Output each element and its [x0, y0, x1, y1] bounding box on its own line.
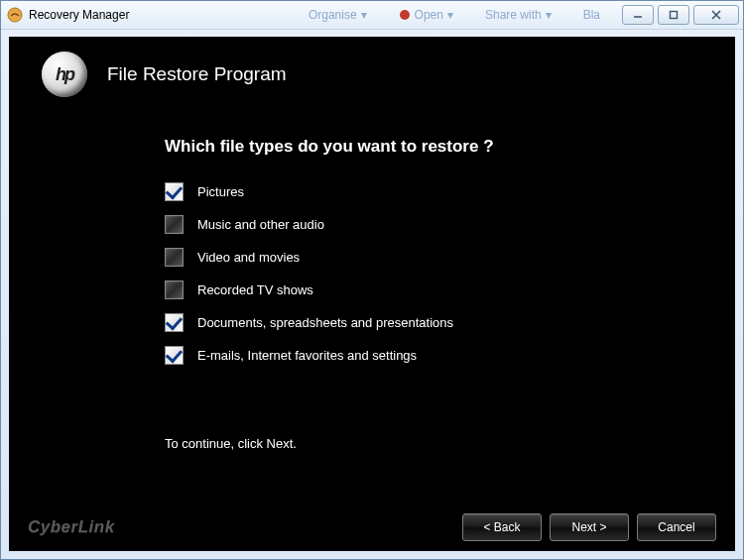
option-label: E-mails, Internet favorites and settings [197, 348, 417, 363]
content: Which file types do you want to restore … [10, 117, 734, 451]
option-label: Music and other audio [197, 217, 324, 232]
checkbox-icon[interactable] [165, 280, 184, 299]
option-video[interactable]: Video and movies [165, 248, 694, 267]
bg-open: Open ▾ [399, 8, 453, 22]
window: Recovery Manager Organise ▾ Open ▾ Share… [0, 0, 744, 560]
cyberlink-brand: CyberLink [28, 517, 115, 537]
checkbox-icon[interactable] [165, 313, 184, 332]
back-button[interactable]: < Back [462, 513, 542, 541]
option-emails[interactable]: E-mails, Internet favorites and settings [165, 346, 694, 365]
program-title: File Restore Program [107, 63, 287, 85]
checkbox-icon[interactable] [165, 215, 184, 234]
window-title: Recovery Manager [29, 8, 129, 22]
option-recorded-tv[interactable]: Recorded TV shows [165, 280, 694, 299]
bg-bla: Bla [583, 8, 600, 22]
hp-logo-icon: hp [42, 52, 87, 97]
header: hp File Restore Program [10, 38, 734, 117]
checkbox-icon[interactable] [165, 346, 184, 365]
client-area: hp File Restore Program Which file types… [9, 37, 735, 551]
app-icon [7, 7, 23, 23]
continue-hint: To continue, click Next. [165, 436, 694, 451]
option-label: Documents, spreadsheets and presentation… [197, 315, 453, 330]
window-controls [622, 5, 739, 25]
cancel-button[interactable]: Cancel [637, 513, 716, 541]
close-button[interactable] [693, 5, 739, 25]
bg-organise: Organise ▾ [309, 8, 367, 22]
next-button[interactable]: Next > [550, 513, 629, 541]
bg-share: Share with ▾ [485, 8, 552, 22]
checkbox-icon[interactable] [165, 182, 184, 201]
checkbox-icon[interactable] [165, 248, 184, 267]
footer: CyberLink < Back Next > Cancel [10, 504, 734, 550]
maximize-button[interactable] [658, 5, 689, 25]
option-documents[interactable]: Documents, spreadsheets and presentation… [165, 313, 694, 332]
option-music[interactable]: Music and other audio [165, 215, 694, 234]
svg-point-0 [8, 8, 22, 22]
option-label: Video and movies [197, 250, 300, 265]
option-label: Recorded TV shows [197, 282, 313, 297]
question-heading: Which file types do you want to restore … [165, 137, 694, 157]
option-pictures[interactable]: Pictures [165, 182, 694, 201]
titlebar: Recovery Manager Organise ▾ Open ▾ Share… [1, 1, 743, 30]
option-list: Pictures Music and other audio Video and… [165, 182, 694, 365]
option-label: Pictures [197, 184, 244, 199]
svg-rect-3 [671, 12, 678, 19]
minimize-button[interactable] [622, 5, 654, 25]
svg-point-1 [400, 10, 410, 20]
